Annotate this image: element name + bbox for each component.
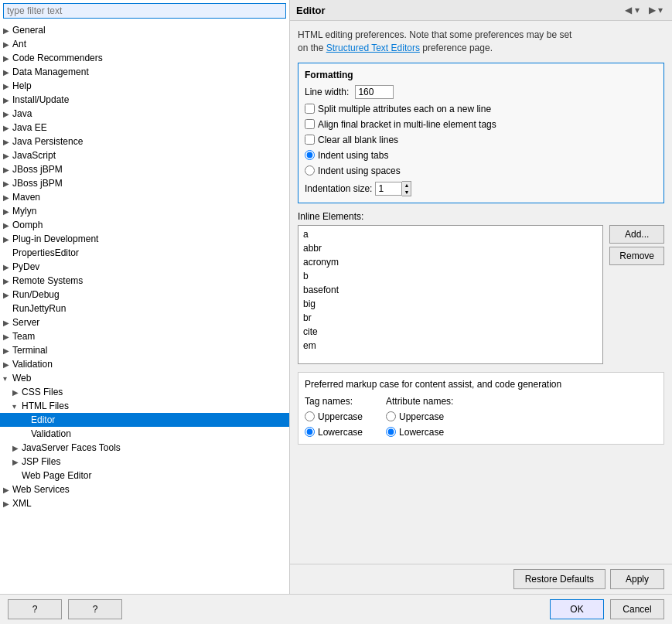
restore-defaults-button[interactable]: Restore Defaults [513,569,605,589]
sidebar-item-web-services[interactable]: ▶ Web Services [0,482,289,496]
list-item[interactable]: b [300,269,601,283]
nav-back-button[interactable]: ◀ ▾ [622,3,642,17]
dialog: ▶ General ▶ Ant ▶ Code Recommenders ▶ Da… [0,0,672,624]
sidebar-item-ant[interactable]: ▶ Ant [0,37,289,51]
cancel-button[interactable]: Cancel [610,599,664,619]
sidebar-item-xml[interactable]: ▶ XML [0,496,289,510]
nav-forward-button[interactable]: ▶ ▾ [646,3,666,17]
sidebar-item-jboss-jbpm1[interactable]: ▶ JBoss jBPM [0,162,289,176]
remove-button[interactable]: Remove [609,247,664,265]
clear-checkbox[interactable] [305,135,315,145]
sidebar-item-data-management[interactable]: ▶ Data Management [0,65,289,79]
sidebar-item-properties-editor[interactable]: PropertiesEditor [0,246,289,260]
sidebar-item-editor[interactable]: Editor [0,413,289,427]
panel-header: Editor ◀ ▾ ▶ ▾ [290,0,672,21]
sidebar-item-css-files[interactable]: ▶ CSS Files [0,385,289,399]
description-line3: preference page. [422,43,493,53]
sidebar-item-maven[interactable]: ▶ Maven [0,190,289,204]
help-icon-button[interactable]: ? [68,599,122,619]
sidebar-item-java-persistence[interactable]: ▶ Java Persistence [0,135,289,148]
expander-icon: ▶ [3,332,12,341]
sidebar-item-label: Web Page Editor [22,470,92,481]
sidebar-item-label: Validation [12,359,53,370]
spinner-down-button[interactable]: ▼ [402,189,411,196]
list-item[interactable]: em [300,339,601,353]
sidebar-item-terminal[interactable]: ▶ Terminal [0,343,289,357]
sidebar-item-label: Install/Update [12,94,69,105]
sidebar-item-java-ee[interactable]: ▶ Java EE [0,121,289,135]
sidebar-item-javascript[interactable]: ▶ JavaScript [0,148,289,162]
attr-lowercase-radio[interactable] [386,427,396,437]
sidebar-item-web-page-editor[interactable]: Web Page Editor [0,469,289,482]
sidebar-item-team[interactable]: ▶ Team [0,329,289,343]
attr-uppercase-radio[interactable] [386,411,396,421]
list-item[interactable]: big [300,297,601,311]
sidebar-item-install-update[interactable]: ▶ Install/Update [0,93,289,107]
list-item[interactable]: cite [300,325,601,339]
expander-icon: ▶ [3,124,12,132]
sidebar-item-label: JBoss jBPM [12,178,63,189]
sidebar-item-label: Data Management [12,66,89,77]
list-item[interactable]: br [300,311,601,325]
tree: ▶ General ▶ Ant ▶ Code Recommenders ▶ Da… [0,22,289,594]
sidebar-item-validation[interactable]: ▶ Validation [0,357,289,371]
sidebar-item-java[interactable]: ▶ Java [0,107,289,121]
sidebar-item-code-recommenders[interactable]: ▶ Code Recommenders [0,51,289,65]
attr-uppercase-label: Uppercase [399,411,444,422]
sidebar-item-html-files[interactable]: ▾ HTML Files [0,399,289,413]
expander-icon: ▶ [3,152,12,160]
sidebar-item-web[interactable]: ▾ Web [0,371,289,385]
split-checkbox[interactable] [305,104,315,114]
add-button[interactable]: Add... [609,225,664,244]
sidebar-item-help[interactable]: ▶ Help [0,79,289,93]
sidebar-item-javaserver-faces[interactable]: ▶ JavaServer Faces Tools [0,441,289,455]
sidebar-item-label: General [12,25,46,36]
sidebar-item-remote-systems[interactable]: ▶ Remote Systems [0,274,289,288]
help-button[interactable]: ? [8,599,62,619]
expander-icon: ▶ [3,179,12,188]
sidebar-item-general[interactable]: ▶ General [0,23,289,37]
sidebar-item-label: Code Recommenders [12,53,103,63]
sidebar-item-runjettyrun[interactable]: RunJettyRun [0,302,289,315]
align-checkbox[interactable] [305,119,315,129]
list-item[interactable]: basefont [300,283,601,297]
sidebar-item-label: Java Persistence [12,136,83,147]
apply-button[interactable]: Apply [610,569,664,589]
sidebar-item-oomph[interactable]: ▶ Oomph [0,218,289,232]
expander-icon: ▶ [3,500,12,508]
expander-icon: ▶ [3,193,12,202]
indentation-label: Indentation size: [305,183,372,194]
indentation-input[interactable] [375,182,402,196]
sidebar-item-server[interactable]: ▶ Server [0,315,289,329]
markup-case-columns: Tag names: Uppercase Lowercase Att [305,396,657,438]
tag-lowercase-radio[interactable] [305,427,315,437]
indent-tabs-radio[interactable] [305,150,315,160]
sidebar-item-plugin-development[interactable]: ▶ Plug-in Development [0,232,289,246]
sidebar-item-run-debug[interactable]: ▶ Run/Debug [0,288,289,302]
inline-buttons: Add... Remove [609,225,664,364]
line-width-input[interactable] [355,85,394,99]
list-item[interactable]: abbr [300,241,601,255]
filter-input[interactable] [3,3,286,19]
indent-spaces-radio[interactable] [305,165,315,176]
expander-icon: ▶ [3,82,12,90]
sidebar-item-validation-html[interactable]: Validation [0,427,289,441]
sidebar-item-jsp-files[interactable]: ▶ JSP Files [0,455,289,469]
structured-text-link[interactable]: Structured Text Editors [326,43,420,53]
sidebar-item-jboss-jbpm2[interactable]: ▶ JBoss jBPM [0,176,289,190]
sidebar-item-label: Oomph [12,220,43,230]
sidebar-item-mylyn[interactable]: ▶ Mylyn [0,204,289,218]
spinner-up-button[interactable]: ▲ [402,182,411,189]
split-checkbox-row: Split multiple attributes each on a new … [305,104,657,114]
description-line1: HTML editing preferences. Note that some… [298,29,571,40]
inline-elements-section: Inline Elements: a abbr acronym b basefo… [298,211,664,364]
inline-elements-list[interactable]: a abbr acronym b basefont big br cite em [298,225,603,364]
ok-button[interactable]: OK [550,599,604,619]
list-item[interactable]: a [300,227,601,241]
sidebar-item-label: RunJettyRun [12,303,66,314]
indent-spaces-label: Indent using spaces [318,165,401,176]
tag-uppercase-label: Uppercase [318,411,363,422]
tag-uppercase-radio[interactable] [305,411,315,421]
sidebar-item-pydev[interactable]: ▶ PyDev [0,260,289,274]
list-item[interactable]: acronym [300,255,601,269]
